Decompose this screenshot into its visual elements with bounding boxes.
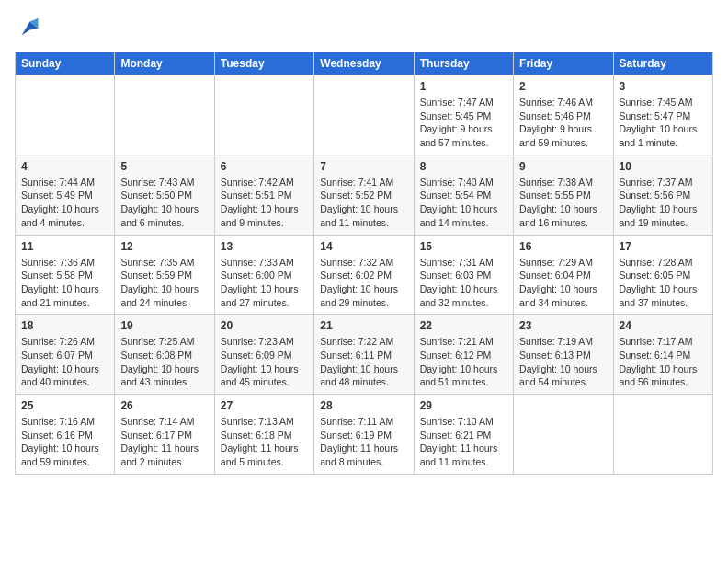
calendar-cell: 7Sunrise: 7:41 AM Sunset: 5:52 PM Daylig…: [314, 155, 414, 235]
calendar-cell: [314, 75, 414, 155]
day-number: 6: [221, 160, 308, 173]
page-header: [15, 15, 713, 42]
calendar-cell: 8Sunrise: 7:40 AM Sunset: 5:54 PM Daylig…: [414, 155, 513, 235]
day-number: 4: [21, 160, 108, 173]
calendar-cell: 9Sunrise: 7:38 AM Sunset: 5:55 PM Daylig…: [514, 155, 613, 235]
day-number: 21: [320, 319, 407, 332]
day-info: Sunrise: 7:33 AM Sunset: 6:00 PM Dayligh…: [221, 256, 308, 310]
calendar-week-row: 4Sunrise: 7:44 AM Sunset: 5:49 PM Daylig…: [16, 155, 713, 235]
calendar-cell: [514, 395, 613, 475]
day-info: Sunrise: 7:42 AM Sunset: 5:51 PM Dayligh…: [221, 176, 308, 230]
day-info: Sunrise: 7:31 AM Sunset: 6:03 PM Dayligh…: [420, 256, 507, 310]
calendar-cell: 22Sunrise: 7:21 AM Sunset: 6:12 PM Dayli…: [414, 315, 513, 395]
day-number: 16: [519, 240, 607, 253]
day-info: Sunrise: 7:19 AM Sunset: 6:13 PM Dayligh…: [519, 335, 607, 389]
day-number: 10: [620, 160, 707, 173]
calendar-cell: [115, 75, 214, 155]
day-info: Sunrise: 7:16 AM Sunset: 6:16 PM Dayligh…: [21, 415, 108, 469]
calendar-week-row: 18Sunrise: 7:26 AM Sunset: 6:07 PM Dayli…: [16, 315, 713, 395]
calendar-cell: 15Sunrise: 7:31 AM Sunset: 6:03 PM Dayli…: [414, 235, 513, 315]
calendar-cell: 14Sunrise: 7:32 AM Sunset: 6:02 PM Dayli…: [314, 235, 414, 315]
day-number: 5: [120, 160, 208, 173]
weekday-header-sunday: Sunday: [16, 52, 115, 75]
weekday-header-tuesday: Tuesday: [214, 52, 313, 75]
day-info: Sunrise: 7:17 AM Sunset: 6:14 PM Dayligh…: [620, 335, 707, 389]
calendar-cell: 17Sunrise: 7:28 AM Sunset: 6:05 PM Dayli…: [613, 235, 712, 315]
day-number: 25: [21, 399, 108, 412]
day-number: 26: [120, 399, 208, 412]
calendar-cell: 25Sunrise: 7:16 AM Sunset: 6:16 PM Dayli…: [16, 395, 115, 475]
calendar-cell: 16Sunrise: 7:29 AM Sunset: 6:04 PM Dayli…: [514, 235, 613, 315]
day-number: 24: [620, 319, 707, 332]
calendar-cell: 5Sunrise: 7:43 AM Sunset: 5:50 PM Daylig…: [115, 155, 214, 235]
weekday-header-saturday: Saturday: [613, 52, 712, 75]
day-info: Sunrise: 7:23 AM Sunset: 6:09 PM Dayligh…: [221, 335, 308, 389]
calendar-cell: 6Sunrise: 7:42 AM Sunset: 5:51 PM Daylig…: [214, 155, 313, 235]
day-info: Sunrise: 7:14 AM Sunset: 6:17 PM Dayligh…: [120, 415, 208, 469]
day-number: 13: [221, 240, 308, 253]
calendar-cell: 3Sunrise: 7:45 AM Sunset: 5:47 PM Daylig…: [613, 75, 712, 155]
logo: [15, 15, 46, 42]
calendar-cell: 23Sunrise: 7:19 AM Sunset: 6:13 PM Dayli…: [514, 315, 613, 395]
day-number: 14: [320, 240, 407, 253]
day-info: Sunrise: 7:26 AM Sunset: 6:07 PM Dayligh…: [21, 335, 108, 389]
day-number: 2: [519, 80, 607, 93]
calendar-cell: 28Sunrise: 7:11 AM Sunset: 6:19 PM Dayli…: [314, 395, 414, 475]
calendar-cell: 1Sunrise: 7:47 AM Sunset: 5:45 PM Daylig…: [414, 75, 513, 155]
day-number: 19: [120, 319, 208, 332]
day-number: 1: [420, 80, 507, 93]
calendar-cell: 13Sunrise: 7:33 AM Sunset: 6:00 PM Dayli…: [214, 235, 313, 315]
day-info: Sunrise: 7:21 AM Sunset: 6:12 PM Dayligh…: [420, 335, 507, 389]
day-number: 28: [320, 399, 407, 412]
calendar-cell: 4Sunrise: 7:44 AM Sunset: 5:49 PM Daylig…: [16, 155, 115, 235]
day-info: Sunrise: 7:40 AM Sunset: 5:54 PM Dayligh…: [420, 176, 507, 230]
weekday-header-friday: Friday: [514, 52, 613, 75]
day-info: Sunrise: 7:36 AM Sunset: 5:58 PM Dayligh…: [21, 256, 108, 310]
calendar-cell: 18Sunrise: 7:26 AM Sunset: 6:07 PM Dayli…: [16, 315, 115, 395]
weekday-header-thursday: Thursday: [414, 52, 513, 75]
day-number: 22: [420, 319, 507, 332]
day-info: Sunrise: 7:41 AM Sunset: 5:52 PM Dayligh…: [320, 176, 407, 230]
day-info: Sunrise: 7:29 AM Sunset: 6:04 PM Dayligh…: [519, 256, 607, 310]
day-info: Sunrise: 7:13 AM Sunset: 6:18 PM Dayligh…: [221, 415, 308, 469]
calendar-cell: 2Sunrise: 7:46 AM Sunset: 5:46 PM Daylig…: [514, 75, 613, 155]
calendar-cell: [214, 75, 313, 155]
day-number: 12: [120, 240, 208, 253]
calendar-cell: 12Sunrise: 7:35 AM Sunset: 5:59 PM Dayli…: [115, 235, 214, 315]
day-info: Sunrise: 7:32 AM Sunset: 6:02 PM Dayligh…: [320, 256, 407, 310]
calendar-week-row: 1Sunrise: 7:47 AM Sunset: 5:45 PM Daylig…: [16, 75, 713, 155]
logo-icon: [15, 15, 42, 42]
day-number: 20: [221, 319, 308, 332]
day-info: Sunrise: 7:44 AM Sunset: 5:49 PM Dayligh…: [21, 176, 108, 230]
day-number: 15: [420, 240, 507, 253]
calendar-cell: 11Sunrise: 7:36 AM Sunset: 5:58 PM Dayli…: [16, 235, 115, 315]
calendar-cell: 21Sunrise: 7:22 AM Sunset: 6:11 PM Dayli…: [314, 315, 414, 395]
calendar-cell: [16, 75, 115, 155]
calendar-cell: 26Sunrise: 7:14 AM Sunset: 6:17 PM Dayli…: [115, 395, 214, 475]
day-number: 9: [519, 160, 607, 173]
day-info: Sunrise: 7:35 AM Sunset: 5:59 PM Dayligh…: [120, 256, 208, 310]
day-number: 7: [320, 160, 407, 173]
day-info: Sunrise: 7:38 AM Sunset: 5:55 PM Dayligh…: [519, 176, 607, 230]
calendar-table: SundayMondayTuesdayWednesdayThursdayFrid…: [15, 52, 713, 475]
day-info: Sunrise: 7:47 AM Sunset: 5:45 PM Dayligh…: [420, 96, 507, 150]
day-number: 8: [420, 160, 507, 173]
calendar-week-row: 11Sunrise: 7:36 AM Sunset: 5:58 PM Dayli…: [16, 235, 713, 315]
day-number: 17: [620, 240, 707, 253]
weekday-header-wednesday: Wednesday: [314, 52, 414, 75]
calendar-cell: 24Sunrise: 7:17 AM Sunset: 6:14 PM Dayli…: [613, 315, 712, 395]
day-info: Sunrise: 7:25 AM Sunset: 6:08 PM Dayligh…: [120, 335, 208, 389]
weekday-header-monday: Monday: [115, 52, 214, 75]
day-number: 29: [420, 399, 507, 412]
calendar-cell: 20Sunrise: 7:23 AM Sunset: 6:09 PM Dayli…: [214, 315, 313, 395]
day-number: 27: [221, 399, 308, 412]
day-info: Sunrise: 7:11 AM Sunset: 6:19 PM Dayligh…: [320, 415, 407, 469]
day-number: 23: [519, 319, 607, 332]
day-info: Sunrise: 7:37 AM Sunset: 5:56 PM Dayligh…: [620, 176, 707, 230]
day-number: 3: [620, 80, 707, 93]
day-info: Sunrise: 7:45 AM Sunset: 5:47 PM Dayligh…: [620, 96, 707, 150]
calendar-cell: [613, 395, 712, 475]
calendar-cell: 19Sunrise: 7:25 AM Sunset: 6:08 PM Dayli…: [115, 315, 214, 395]
day-info: Sunrise: 7:22 AM Sunset: 6:11 PM Dayligh…: [320, 335, 407, 389]
day-info: Sunrise: 7:46 AM Sunset: 5:46 PM Dayligh…: [519, 96, 607, 150]
